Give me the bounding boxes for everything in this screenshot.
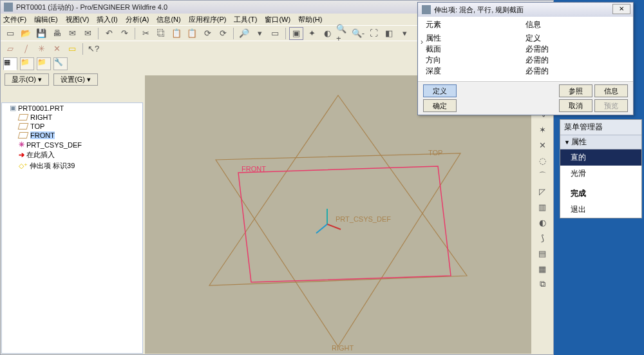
saved-view-icon[interactable]: ▾ xyxy=(397,27,412,40)
redo-icon[interactable]: ↷ xyxy=(117,27,131,40)
tree-item-front[interactable]: FRONT xyxy=(2,131,142,140)
label-right: RIGHT xyxy=(332,344,354,352)
menu-item-smooth[interactable]: 光滑 xyxy=(560,166,641,182)
model-tree[interactable]: ▣ PRT0001.PRT RIGHT TOP FRONT ✳ PRT_CSYS… xyxy=(1,102,143,354)
viewport-svg: TOP FRONT RIGHT PRT_CSYS_DEF xyxy=(145,75,531,354)
menu-item-quit[interactable]: 退出 xyxy=(560,202,641,218)
ok-button[interactable]: 确定 xyxy=(423,99,457,112)
datum-point-icon[interactable]: ✳ xyxy=(34,43,48,55)
pattern-icon[interactable]: ▦ xyxy=(534,261,551,276)
settings-dropdown[interactable]: 设置(G) ▾ xyxy=(53,73,98,86)
csys-y-axis xyxy=(316,224,327,233)
define-button[interactable]: 定义 xyxy=(423,84,457,97)
tree-item-insert-here[interactable]: ➔ 在此插入 xyxy=(2,149,142,160)
ref-button[interactable]: 参照 xyxy=(559,84,592,97)
regen-icon[interactable]: ⟳ xyxy=(200,27,214,40)
sweep-icon[interactable]: ⟆ xyxy=(534,230,551,245)
tree-root[interactable]: ▣ PRT0001.PRT xyxy=(2,103,142,113)
col-info-header: 信息 xyxy=(526,19,625,30)
dialog-icon xyxy=(422,5,431,14)
extrude-icon: ◇⁺ xyxy=(19,162,28,170)
menu-analysis[interactable]: 分析(A) xyxy=(126,15,149,24)
menu-item-straight[interactable]: 直的 xyxy=(560,149,641,166)
view2-icon[interactable]: ◐ xyxy=(320,27,334,40)
row-attr[interactable]: 属性 xyxy=(426,33,526,44)
revolve-icon[interactable]: ◐ xyxy=(534,215,551,230)
show-dropdown[interactable]: 显示(O) ▾ xyxy=(5,73,49,86)
viewport[interactable]: TOP FRONT RIGHT PRT_CSYS_DEF xyxy=(145,75,531,354)
extrude-icon[interactable]: ▥ xyxy=(534,199,551,215)
right-toolbar: ／ ◡ ∿ ✶ ✕ ◌ ⌒ ◸ ▥ ◐ ⟆ ▤ ▦ ⧉ xyxy=(532,75,553,354)
blend-icon[interactable]: ▤ xyxy=(534,245,551,261)
zoom-out-icon[interactable]: 🔍- xyxy=(351,27,365,40)
save-icon[interactable]: 💾 xyxy=(34,27,48,40)
menu-manager[interactable]: 菜单管理器 属性 直的 光滑 完成 退出 xyxy=(560,119,642,218)
dialog-title-bar[interactable]: 伸出项: 混合, 平行, 规则截面 ✕ xyxy=(418,3,633,17)
menu-file[interactable]: 文件(F) xyxy=(3,15,26,24)
print-icon[interactable]: 🖶 xyxy=(50,27,64,40)
cut-icon[interactable]: ✂ xyxy=(138,27,153,40)
datum-curve-icon[interactable]: ▭ xyxy=(65,43,79,55)
zoom-fit-icon[interactable]: ⛶ xyxy=(366,27,381,40)
mail2-icon[interactable]: ✉ xyxy=(80,27,95,40)
tree-item-right[interactable]: RIGHT xyxy=(2,113,142,122)
zoom-in-icon[interactable]: 🔍+ xyxy=(336,27,350,40)
col-element-header: 元素 xyxy=(426,19,526,30)
tree-tab-3[interactable]: 📁 xyxy=(37,57,51,70)
datum-axis-icon[interactable]: ⧸ xyxy=(19,43,33,55)
sketch-hole-icon[interactable]: ◌ xyxy=(534,153,551,168)
sketch-point-icon[interactable]: ✶ xyxy=(534,122,551,137)
select2-icon[interactable]: ▭ xyxy=(268,27,282,40)
find-icon[interactable]: 🔎 xyxy=(237,27,251,40)
mirror-icon[interactable]: ⧉ xyxy=(534,276,551,292)
mail-icon[interactable]: ✉ xyxy=(65,27,79,40)
orient-icon[interactable]: ◧ xyxy=(382,27,396,40)
view1-icon[interactable]: ▣ xyxy=(289,27,303,40)
menu-tools[interactable]: 工具(T) xyxy=(234,15,257,24)
cursor-icon[interactable]: ↖? xyxy=(86,43,100,55)
sketch-chamfer-icon[interactable]: ◸ xyxy=(534,184,551,199)
row-section-info: 必需的 xyxy=(526,44,625,55)
protrusion-dialog[interactable]: 伸出项: 混合, 平行, 规则截面 ✕ › 元素 属性 截面 方向 深度 信息 … xyxy=(417,2,634,115)
tree-tab-1[interactable]: ▦ xyxy=(3,57,17,70)
datum-plane-icon[interactable]: ▱ xyxy=(3,43,17,55)
info-button[interactable]: 信息 xyxy=(594,84,628,97)
tree-tab-2[interactable]: 📁 xyxy=(20,57,34,70)
copy-icon[interactable]: ⿻ xyxy=(154,27,168,40)
menu-edit[interactable]: 编辑(E) xyxy=(34,15,58,24)
plane-icon xyxy=(18,132,29,139)
row-section[interactable]: 截面 xyxy=(426,44,526,55)
new-icon[interactable]: ▭ xyxy=(3,27,17,40)
menu-window[interactable]: 窗口(W) xyxy=(265,15,290,24)
cancel-button[interactable]: 取消 xyxy=(559,99,592,112)
row-attr-info: 定义 xyxy=(526,33,625,44)
plane-icon xyxy=(18,123,29,130)
tree-item-top[interactable]: TOP xyxy=(2,122,142,131)
paste-icon[interactable]: 📋 xyxy=(169,27,184,40)
spin-icon[interactable]: ✦ xyxy=(305,27,319,40)
regen2-icon[interactable]: ⟳ xyxy=(216,27,230,40)
menu-app[interactable]: 应用程序(P) xyxy=(189,15,227,24)
tree-tab-4[interactable]: 🔧 xyxy=(53,57,68,70)
menu-view[interactable]: 视图(V) xyxy=(66,15,90,24)
menu-item-done[interactable]: 完成 xyxy=(560,186,641,202)
sketch-csys-icon[interactable]: ✕ xyxy=(534,137,551,153)
paste2-icon[interactable]: 📋 xyxy=(185,27,199,40)
tree-item-csys[interactable]: ✳ PRT_CSYS_DEF xyxy=(2,140,142,149)
row-caret: › xyxy=(421,37,423,46)
row-direction[interactable]: 方向 xyxy=(426,55,526,66)
open-icon[interactable]: 📂 xyxy=(19,27,33,40)
menu-section-attributes[interactable]: 属性 xyxy=(560,135,641,149)
row-depth[interactable]: 深度 xyxy=(426,66,526,77)
menu-insert[interactable]: 插入(I) xyxy=(97,15,117,24)
datum-csys-icon[interactable]: ✕ xyxy=(50,43,64,55)
tree-item-protrusion[interactable]: ◇⁺ 伸出项 标识39 xyxy=(2,160,142,171)
menu-info[interactable]: 信息(N) xyxy=(156,15,180,24)
menu-help[interactable]: 帮助(H) xyxy=(298,15,322,24)
sketch-round-icon[interactable]: ⌒ xyxy=(534,168,551,184)
undo-icon[interactable]: ↶ xyxy=(102,27,116,40)
dialog-table: 元素 属性 截面 方向 深度 信息 定义 必需的 必需的 必需的 xyxy=(418,17,633,78)
dialog-close-button[interactable]: ✕ xyxy=(612,4,630,14)
label-csys: PRT_CSYS_DEF xyxy=(336,215,391,223)
select-icon[interactable]: ▾ xyxy=(252,27,267,40)
